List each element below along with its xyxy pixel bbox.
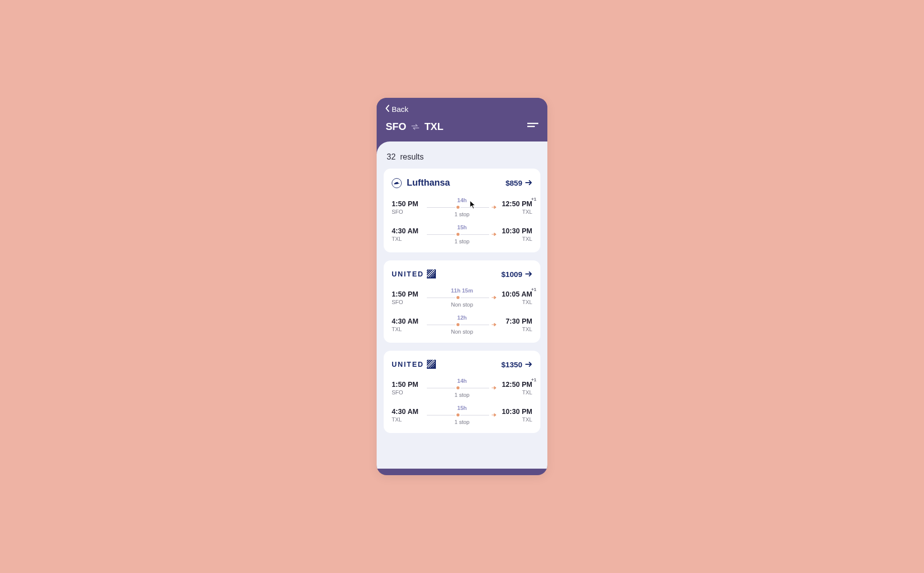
arrow-right-icon: [525, 270, 532, 278]
chevron-left-icon: [386, 105, 390, 113]
dep-time: 4:30 AM: [392, 317, 423, 325]
dep-time: 1:50 PM: [392, 200, 423, 208]
arr-time: 12:50 PM: [501, 380, 532, 388]
duration: 14h: [457, 378, 467, 384]
stops: Non stop: [451, 329, 473, 335]
airline-name: UNITED: [392, 270, 424, 278]
duration: 15h: [457, 405, 467, 411]
dep-time: 1:50 PM: [392, 380, 423, 388]
dep-code: TXL: [392, 236, 423, 242]
arr-time: 12:50 PM: [501, 200, 532, 208]
plus-day: +1: [531, 197, 536, 202]
airline-name: Lufthansa: [407, 178, 450, 188]
dep-code: SFO: [392, 389, 423, 395]
flight-leg: 4:30 AM TXL 12h Non stop 7:30 PM TXL: [392, 315, 532, 335]
airline: Lufthansa: [392, 178, 450, 188]
arr-code: TXL: [501, 209, 532, 215]
route[interactable]: SFO TXL: [386, 121, 443, 132]
plus-day: +1: [531, 287, 536, 292]
price-button[interactable]: $1350: [501, 360, 532, 369]
flight-leg: 4:30 AM TXL 15h 1 stop 10:30 PM TXL: [392, 224, 532, 244]
arr-time: 10:30 PM: [501, 407, 532, 415]
arr-time: 7:30 PM: [501, 317, 532, 325]
duration: 15h: [457, 224, 467, 230]
stops: 1 stop: [454, 419, 470, 425]
arr-code: TXL: [501, 326, 532, 332]
dep-code: TXL: [392, 416, 423, 422]
arrow-right-icon: [525, 360, 532, 369]
arr-time: 10:05 AM: [501, 290, 532, 298]
stops: Non stop: [451, 302, 473, 308]
dep-time: 4:30 AM: [392, 407, 423, 415]
plane-icon: [491, 231, 497, 237]
stops: 1 stop: [454, 211, 470, 217]
stops: 1 stop: [454, 392, 470, 398]
flight-card[interactable]: UNITED $1350 1:50 PM SFO 14h: [384, 351, 540, 433]
header: Back SFO TXL: [377, 98, 547, 141]
dep-code: TXL: [392, 326, 423, 332]
duration: 11h 15m: [451, 288, 473, 294]
flight-leg: 4:30 AM TXL 15h 1 stop 10:30 PM TXL: [392, 405, 532, 425]
flight-leg: 1:50 PM SFO 11h 15m Non stop +1 10:05 AM…: [392, 288, 532, 308]
flight-leg: 1:50 PM SFO 14h 1 stop +1 12:50 PM TXL: [392, 197, 532, 217]
arr-code: TXL: [501, 236, 532, 242]
back-button[interactable]: Back: [386, 105, 408, 113]
phone-screen: Back SFO TXL 32: [377, 98, 547, 475]
stops: 1 stop: [454, 238, 470, 244]
flight-track: [427, 412, 497, 417]
flight-track: [427, 205, 497, 210]
price-value: $1350: [501, 360, 522, 369]
united-logo-icon: [427, 269, 436, 278]
back-label: Back: [392, 105, 408, 113]
flight-track: [427, 295, 497, 300]
filter-menu-button[interactable]: [527, 122, 538, 131]
flight-track: [427, 385, 497, 390]
price-button[interactable]: $859: [506, 179, 532, 187]
flight-card[interactable]: Lufthansa $859 1:50 PM SFO 14h: [384, 169, 540, 252]
swap-icon: [411, 121, 419, 132]
destination-code: TXL: [424, 121, 443, 132]
results-body: 32 results Lufthansa $859 1:50 PM: [377, 141, 547, 469]
dep-code: SFO: [392, 209, 423, 215]
plus-day: +1: [531, 377, 536, 382]
plane-icon: [491, 412, 497, 418]
flight-leg: 1:50 PM SFO 14h 1 stop +1 12:50 PM TXL: [392, 378, 532, 398]
price-button[interactable]: $1009: [501, 270, 532, 278]
airline: UNITED: [392, 360, 436, 369]
flight-track: [427, 232, 497, 237]
results-count-value: 32: [387, 153, 396, 161]
price-value: $859: [506, 179, 522, 187]
airline-name: UNITED: [392, 360, 424, 368]
flight-card[interactable]: UNITED $1009 1:50 PM SFO 11h 15m: [384, 260, 540, 343]
results-count-label: results: [400, 153, 424, 161]
price-value: $1009: [501, 270, 522, 278]
origin-code: SFO: [386, 121, 406, 132]
airline: UNITED: [392, 269, 436, 278]
arr-code: TXL: [501, 389, 532, 395]
duration: 12h: [457, 315, 467, 321]
results-count: 32 results: [384, 153, 540, 169]
lufthansa-logo-icon: [392, 178, 402, 188]
plane-icon: [491, 385, 497, 391]
dep-time: 4:30 AM: [392, 227, 423, 235]
arr-code: TXL: [501, 416, 532, 422]
arr-code: TXL: [501, 299, 532, 305]
united-logo-icon: [427, 360, 436, 369]
arrow-right-icon: [525, 179, 532, 187]
plane-icon: [491, 204, 497, 210]
dep-time: 1:50 PM: [392, 290, 423, 298]
plane-icon: [491, 295, 497, 301]
dep-code: SFO: [392, 299, 423, 305]
flight-track: [427, 322, 497, 327]
arr-time: 10:30 PM: [501, 227, 532, 235]
duration: 14h: [457, 197, 467, 203]
plane-icon: [491, 322, 497, 328]
